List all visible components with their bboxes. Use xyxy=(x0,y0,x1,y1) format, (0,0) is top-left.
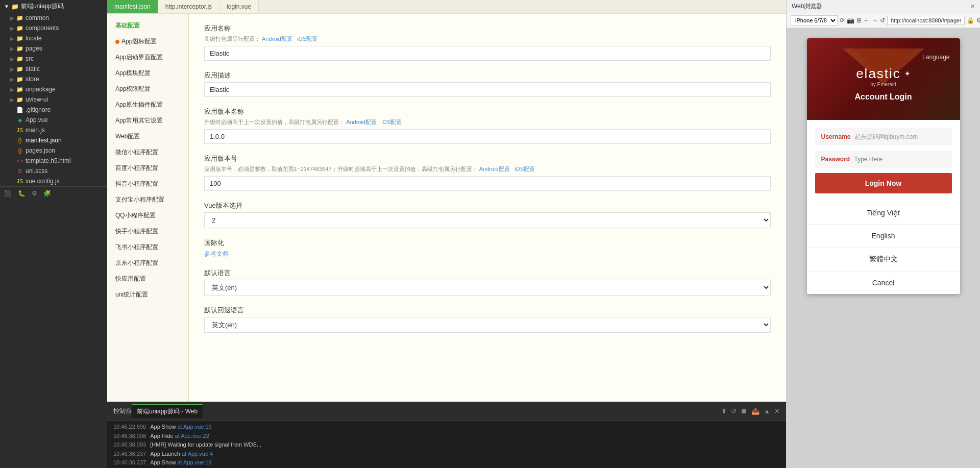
config-nav-feishu[interactable]: 飞书小程序配置 xyxy=(107,239,188,255)
console-link[interactable]: at App.vue:4 xyxy=(182,451,213,457)
sidebar-item-components[interactable]: ▶ 📁 components xyxy=(0,23,107,33)
ios-config-link2[interactable]: iOS配置 xyxy=(381,119,402,125)
android-config-link2[interactable]: Android配置 xyxy=(346,119,377,125)
config-nav-app-permission[interactable]: App权限配置 xyxy=(107,81,188,97)
sidebar-item-common[interactable]: ▶ 📁 common xyxy=(0,13,107,23)
forward-icon[interactable]: → xyxy=(872,15,878,26)
console-link[interactable]: at App.vue:22 xyxy=(175,433,209,439)
config-nav-basic[interactable]: 基础配置 xyxy=(107,18,188,34)
config-nav-app-splash[interactable]: App启动界面配置 xyxy=(107,50,188,65)
app-desc-input[interactable] xyxy=(204,82,771,97)
expand-icon[interactable]: ▲ xyxy=(764,407,770,415)
app-version-name-input[interactable] xyxy=(204,129,771,144)
login-now-button[interactable]: Login Now xyxy=(815,173,952,193)
language-option-english[interactable]: English xyxy=(807,225,960,248)
vue-version-select[interactable]: 2 3 xyxy=(204,212,771,228)
language-button[interactable]: Language xyxy=(922,54,949,61)
sidebar-item-locale[interactable]: ▶ 📁 locale xyxy=(0,33,107,43)
language-option-vietnamese[interactable]: Tiếng Việt xyxy=(807,202,960,225)
default-fallback-label: 默认回退语言 xyxy=(204,306,771,315)
browser-close-btn[interactable]: ✕ xyxy=(970,3,975,10)
config-nav-baidu[interactable]: 百度小程序配置 xyxy=(107,160,188,176)
tab-interceptor[interactable]: http.interceptor.js xyxy=(158,0,219,13)
sidebar-item-uview-ui[interactable]: ▶ 📁 uview-ui xyxy=(0,94,107,105)
username-input[interactable] xyxy=(854,133,946,140)
config-nav-kuaiapp[interactable]: 快应用配置 xyxy=(107,271,188,287)
label-manifest-json: manifest.json xyxy=(26,137,62,144)
config-nav-jingdong[interactable]: 京东小程序配置 xyxy=(107,255,188,271)
ios-config-link3[interactable]: iOS配置 xyxy=(514,166,535,172)
config-nav-qq[interactable]: QQ小程序配置 xyxy=(107,208,188,224)
config-nav-app-icon[interactable]: App图标配置 xyxy=(107,34,188,50)
ios-config-link[interactable]: iOS配置 xyxy=(297,36,317,42)
config-nav-kuaishou[interactable]: 快手小程序配置 xyxy=(107,224,188,239)
close-console-icon[interactable]: ✕ xyxy=(774,407,780,415)
arrow-components: ▶ xyxy=(10,26,14,31)
debug-icon[interactable]: 🐛 xyxy=(18,190,26,197)
app-version-input[interactable] xyxy=(204,176,771,191)
default-lang-select[interactable]: 英文(en) 中文(zh) xyxy=(204,280,771,295)
sidebar-item-uni-scss[interactable]: S uni.scss xyxy=(0,166,107,176)
chevron-down-icon: ▼ xyxy=(4,4,9,9)
stop-icon[interactable]: ⏹ xyxy=(741,407,747,415)
refresh-icon[interactable]: ↺ xyxy=(731,407,737,415)
extensions-icon[interactable]: 🧩 xyxy=(43,190,51,197)
icon-vue-config: JS xyxy=(16,178,23,184)
back-icon[interactable]: ← xyxy=(864,15,870,26)
language-cancel-button[interactable]: Cancel xyxy=(807,272,960,294)
tab-login[interactable]: login.vue xyxy=(219,0,259,13)
console-link[interactable]: at App.vue:19 xyxy=(177,459,211,465)
sidebar-item-store[interactable]: ▶ 📁 store xyxy=(0,74,107,84)
app-desc-label: 应用描述 xyxy=(204,71,771,80)
config-nav-web[interactable]: Web配置 xyxy=(107,129,188,144)
default-fallback-select[interactable]: 英文(en) 中文(zh) xyxy=(204,317,771,333)
console-toolbar: ⬆ ↺ ⏹ 📤 ▲ ✕ xyxy=(721,407,780,415)
language-option-traditional-chinese[interactable]: 繁體中文 xyxy=(807,248,960,272)
sidebar-item-gitignore[interactable]: 📄 .gitignore xyxy=(0,105,107,115)
sidebar-item-pages-json[interactable]: {} pages.json xyxy=(0,145,107,156)
config-nav-tiktok[interactable]: 抖音小程序配置 xyxy=(107,176,188,192)
reload-icon[interactable]: ↺ xyxy=(880,15,885,26)
app-name-input[interactable] xyxy=(204,46,771,61)
console-line: 10:46:22.690App Show at App.vue:19 xyxy=(113,423,780,432)
tab-manifest[interactable]: manifest.json xyxy=(107,0,158,13)
sidebar-item-unpackage[interactable]: ▶ 📁 unpackage xyxy=(0,84,107,94)
config-nav-wechat[interactable]: 微信小程序配置 xyxy=(107,144,188,160)
console-subtitle-tab[interactable]: 前端uniapp源码 - Web xyxy=(132,404,203,418)
app-version-label: 应用版本号 xyxy=(204,154,771,163)
screenshot-icon[interactable]: 📷 xyxy=(847,15,854,26)
config-nav-alipay[interactable]: 支付宝小程序配置 xyxy=(107,192,188,208)
android-config-link[interactable]: Android配置 xyxy=(262,36,292,42)
console-tab[interactable]: 控制台 xyxy=(113,407,132,415)
settings-icon[interactable]: ⚙ xyxy=(32,190,37,197)
error-indicator xyxy=(115,40,119,44)
sidebar-item-static[interactable]: ▶ 📁 static xyxy=(0,64,107,74)
export-icon[interactable]: 📤 xyxy=(751,407,760,415)
android-config-link3[interactable]: Android配置 xyxy=(479,166,510,172)
terminal-icon[interactable]: ⬛ xyxy=(4,190,12,197)
device-selector[interactable]: iPhone 6/7/8 xyxy=(791,15,838,26)
share-icon[interactable]: ⬆ xyxy=(721,407,727,415)
root-folder[interactable]: ▼ 📁 前端uniapp源码 xyxy=(0,0,107,13)
config-panel: 应用名称 高级打包属另行配置： Android配置 iOS配置 应用描述 xyxy=(189,14,786,402)
console-link[interactable]: at App.vue:19 xyxy=(177,424,211,430)
sidebar-item-template-html[interactable]: <> template.h5.html xyxy=(0,156,107,166)
config-nav-app-other[interactable]: App常用其它设置 xyxy=(107,113,188,129)
icon-store: 📁 xyxy=(16,76,23,83)
browser-url-input[interactable] xyxy=(887,16,965,25)
config-nav-app-module[interactable]: App模块配置 xyxy=(107,65,188,81)
config-nav-uni-stats[interactable]: uni统计配置 xyxy=(107,287,188,303)
sidebar-item-src[interactable]: ▶ 📁 src xyxy=(0,54,107,64)
sidebar-item-manifest-json[interactable]: {} manifest.json xyxy=(0,135,107,145)
sidebar-item-main-js[interactable]: JS main.js xyxy=(0,125,107,135)
sidebar-item-vue-config[interactable]: JS vue.config.js xyxy=(0,176,107,186)
config-nav-app-plugin[interactable]: App原生插件配置 xyxy=(107,97,188,113)
responsive-icon[interactable]: ⊞ xyxy=(856,15,862,26)
sidebar-item-pages[interactable]: ▶ 📁 pages xyxy=(0,43,107,54)
i18n-doc-link[interactable]: 参考文档 xyxy=(204,250,229,257)
config-nav-label-feishu: 飞书小程序配置 xyxy=(115,243,158,251)
devtools-icon[interactable]: ⚙ xyxy=(976,15,980,26)
sidebar-item-app-vue[interactable]: ◈ App.vue xyxy=(0,115,107,125)
rotate-icon[interactable]: ⟳ xyxy=(840,15,845,26)
password-input[interactable] xyxy=(854,156,946,163)
